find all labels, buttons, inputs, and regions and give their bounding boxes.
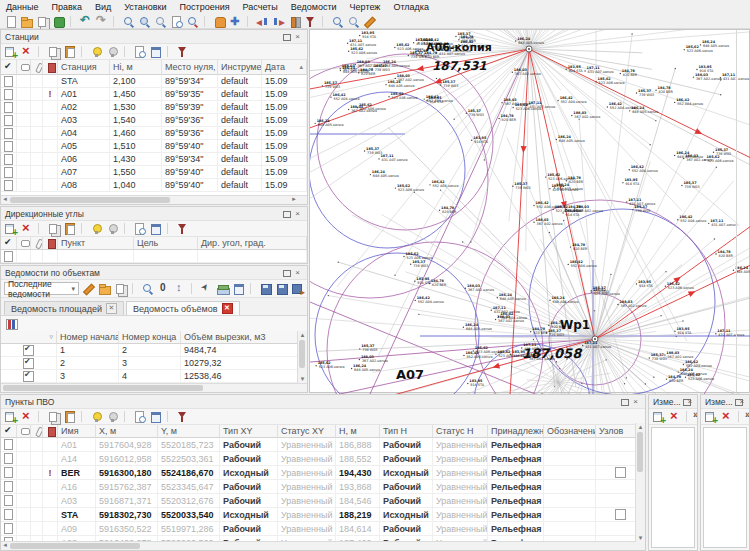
cell[interactable]: Рабочий (380, 480, 433, 494)
column-header[interactable]: Hi, м (110, 60, 162, 75)
cell[interactable]: 89°59'34" (162, 75, 218, 88)
settings-filter-icon[interactable] (176, 45, 189, 58)
paste-icon[interactable] (63, 45, 76, 58)
checkbox[interactable] (23, 371, 34, 382)
cell[interactable] (43, 250, 58, 263)
cell[interactable] (43, 153, 58, 166)
delete-record-icon[interactable] (20, 45, 33, 58)
cell[interactable] (1, 357, 57, 370)
zoom-small-icon[interactable] (347, 15, 360, 28)
column-header[interactable] (31, 60, 43, 75)
cell[interactable] (1, 127, 17, 140)
cell[interactable]: Рабочий (220, 494, 278, 508)
add-record-icon[interactable] (4, 45, 17, 58)
column-header[interactable] (17, 237, 31, 250)
cell[interactable]: Уравненный (433, 466, 488, 480)
open-sheet-icon[interactable] (98, 282, 111, 295)
column-header[interactable] (43, 237, 58, 250)
cell[interactable] (31, 153, 43, 166)
layers-icon[interactable] (216, 282, 229, 295)
checkbox[interactable] (4, 495, 13, 506)
hide-all-icon[interactable] (106, 45, 119, 58)
cell[interactable]: 12538,46 (181, 370, 307, 383)
cell[interactable] (31, 166, 43, 179)
cell[interactable] (17, 494, 31, 508)
cell[interactable]: Уравненный (278, 522, 336, 536)
checkbox[interactable] (23, 345, 34, 356)
menu-item-3[interactable]: Установки (124, 2, 166, 12)
cell[interactable] (43, 127, 58, 140)
cell[interactable]: A16 (58, 480, 96, 494)
column-header[interactable]: ▿ (1, 331, 57, 344)
cell[interactable] (198, 250, 307, 263)
column-header[interactable] (17, 60, 31, 75)
zoom-pan-icon[interactable] (122, 15, 135, 28)
empty-list[interactable] (651, 427, 695, 548)
cell[interactable]: 89°59'34" (162, 153, 218, 166)
cell[interactable]: 186,888 (336, 438, 380, 452)
cell[interactable]: A03 (58, 114, 110, 127)
cell[interactable]: default (218, 166, 262, 179)
column-header[interactable]: Статус XY (278, 425, 336, 438)
add-record-icon[interactable] (652, 410, 665, 423)
copy-icon[interactable] (47, 45, 60, 58)
column-header[interactable]: Имя (58, 425, 96, 438)
cell[interactable] (1, 153, 17, 166)
cell[interactable] (31, 522, 43, 536)
cell[interactable] (17, 153, 31, 166)
cell[interactable] (31, 127, 43, 140)
cell[interactable] (544, 466, 596, 480)
view-forward-icon[interactable] (272, 15, 285, 28)
cell[interactable]: A04 (58, 127, 110, 140)
cell[interactable] (43, 452, 58, 466)
column-header[interactable]: Номер конца (119, 331, 181, 344)
cell[interactable]: 5916350,522 (96, 522, 158, 536)
cell[interactable] (544, 480, 596, 494)
delete-record-icon[interactable] (720, 410, 733, 423)
cell[interactable]: 5916300,180 (96, 466, 158, 480)
cell[interactable] (17, 114, 31, 127)
paste-icon[interactable] (63, 222, 76, 235)
cell[interactable]: 89°59'36" (162, 114, 218, 127)
menu-item-7[interactable]: Чертеж (350, 2, 381, 12)
checkbox[interactable] (4, 141, 13, 152)
export-sheet-icon[interactable] (291, 282, 304, 295)
cell[interactable] (31, 452, 43, 466)
cell[interactable] (1, 75, 17, 88)
checkbox[interactable] (4, 167, 13, 178)
checkbox[interactable] (4, 128, 13, 139)
cell[interactable]: 1,450 (110, 88, 162, 101)
column-header[interactable]: Пункт (58, 237, 134, 250)
cell[interactable] (17, 480, 31, 494)
cell[interactable] (17, 438, 31, 452)
copy-sheet-icon[interactable] (114, 282, 127, 295)
zoom-out-icon[interactable] (154, 15, 167, 28)
undo-icon[interactable] (79, 15, 92, 28)
redo-icon[interactable] (95, 15, 108, 28)
settings-filter-icon[interactable] (176, 222, 189, 235)
cell[interactable] (43, 480, 58, 494)
cell[interactable] (17, 522, 31, 536)
cell[interactable] (43, 166, 58, 179)
table-editor-icon[interactable] (149, 45, 162, 58)
cell[interactable]: Уравненный (433, 508, 488, 522)
cell[interactable] (1, 438, 17, 452)
volumes-grid-icon[interactable] (5, 317, 18, 330)
column-header[interactable] (31, 237, 43, 250)
cell[interactable] (544, 494, 596, 508)
cell[interactable] (58, 250, 134, 263)
cell[interactable]: Уравненный (433, 480, 488, 494)
cell[interactable] (17, 250, 31, 263)
cell[interactable] (31, 114, 43, 127)
cell[interactable] (31, 508, 43, 522)
cell[interactable]: 15.09 (262, 140, 307, 153)
cell[interactable]: 5918302,730 (96, 508, 158, 522)
cell[interactable] (31, 179, 43, 192)
cell[interactable]: 10279,32 (181, 357, 307, 370)
cell[interactable]: default (218, 179, 262, 192)
checkbox[interactable] (4, 89, 13, 100)
cell[interactable] (17, 101, 31, 114)
checkbox[interactable] (4, 251, 13, 262)
column-header[interactable] (1, 237, 17, 250)
column-header[interactable]: Дата▴ (262, 60, 307, 75)
